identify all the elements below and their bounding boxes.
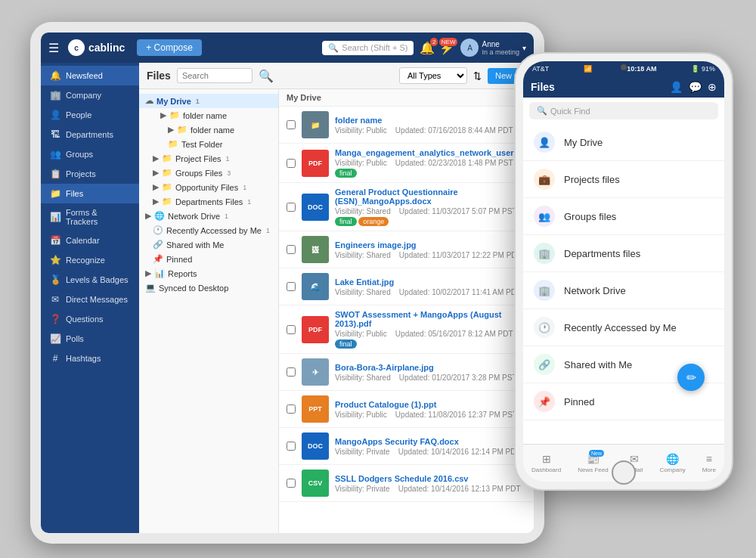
search-icon: 🔍 — [328, 43, 339, 53]
file-checkbox[interactable] — [287, 405, 296, 414]
files-search-input[interactable] — [177, 68, 253, 83]
sidebar-item-questions[interactable]: ❓ Questions — [41, 309, 139, 329]
file-meta: Visibility: Private Updated: 10/14/2016 … — [335, 448, 526, 456]
file-name[interactable]: Engineers image.jpg — [335, 240, 526, 250]
sidebar-item-recognize[interactable]: ⭐ Recognize — [41, 250, 139, 270]
file-name[interactable]: SWOT Assessment + MangoApps (August 2013… — [335, 310, 526, 328]
notification-bell[interactable]: 🔔 2 — [420, 41, 435, 55]
tree-item-sharedwithme[interactable]: 🔗 Shared with Me — [139, 237, 278, 252]
notification-lightning[interactable]: ⚡ NEW — [439, 41, 454, 55]
list-item[interactable]: 🕐 Recently Accessed by Me — [523, 309, 724, 346]
tree-item-networkdrive[interactable]: ▶ 🌐 Network Drive 1 — [139, 209, 278, 223]
tree-item-pinned[interactable]: 📌 Pinned — [139, 252, 278, 266]
nav-item-newsfeed[interactable]: 📰 New News Feed — [578, 453, 608, 473]
table-row[interactable]: 🖼 Engineers image.jpg Visibility: Shared… — [279, 231, 534, 268]
table-row[interactable]: ✈ Bora-Bora-3-Airplane.jpg Visibility: S… — [279, 354, 534, 391]
list-item[interactable]: 👤 My Drive — [523, 124, 724, 161]
tree-item-label: folder name — [191, 126, 234, 135]
sidebar-item-people[interactable]: 👤 People — [41, 105, 139, 125]
table-row[interactable]: DOC General Product Questionnaire (ESN)_… — [279, 183, 534, 231]
file-checkbox[interactable] — [287, 442, 296, 451]
tree-item-label: Network Drive — [168, 212, 220, 221]
sidebar-item-departments[interactable]: 🏗 Departments — [41, 125, 139, 144]
tree-item-recentlyaccessed[interactable]: 🕐 Recently Accessed by Me 1 — [139, 223, 278, 237]
list-item[interactable]: 🏢 Departments files — [523, 235, 724, 272]
table-row[interactable]: PDF SWOT Assessment + MangoApps (August … — [279, 305, 534, 354]
file-name[interactable]: SSLL Dodgers Schedule 2016.csv — [335, 474, 526, 483]
tree-item-testfolder[interactable]: 📁 Test Folder — [139, 137, 278, 151]
nav-item-dashboard[interactable]: ⊞ Dashboard — [531, 453, 561, 473]
tree-item-opportunityfiles[interactable]: ▶ 📁 Opportunity Files 1 — [139, 180, 278, 194]
table-row[interactable]: 🌊 Lake Entiat.jpg Visibility: Shared Upd… — [279, 268, 534, 305]
sidebar-item-polls[interactable]: 📈 Polls — [41, 329, 139, 349]
file-checkbox[interactable] — [287, 479, 296, 488]
nav-item-company[interactable]: 🌐 Company — [659, 453, 685, 473]
add-icon[interactable]: ⊕ — [708, 81, 717, 93]
phone-home-button[interactable] — [612, 460, 636, 485]
sidebar-item-calendar[interactable]: 📅 Calendar — [41, 231, 139, 250]
tablet: ☰ c cablinc + Compose 🔍 Search (Shift + … — [30, 22, 544, 544]
file-name[interactable]: Product Catalogue (1).ppt — [335, 400, 526, 409]
file-checkbox[interactable] — [287, 282, 296, 291]
file-checkbox[interactable] — [287, 159, 296, 168]
tree-item-reports[interactable]: ▶ 📊 Reports — [139, 266, 278, 281]
file-name[interactable]: Lake Entiat.jpg — [335, 277, 526, 287]
tree-item-projectfiles[interactable]: ▶ 📁 Project Files 1 — [139, 151, 278, 166]
sidebar-item-newsfeed[interactable]: 🔔 Newsfeed — [41, 66, 139, 85]
list-item[interactable]: 👥 Groups files — [523, 198, 724, 235]
file-name[interactable]: folder name — [335, 116, 526, 125]
sidebar-item-messages[interactable]: ✉ Direct Messages — [41, 290, 139, 309]
tree-item-foldername2[interactable]: ▶ 📁 folder name — [139, 122, 278, 137]
file-name[interactable]: Bora-Bora-3-Airplane.jpg — [335, 363, 526, 372]
phone-battery: 🔋 91% — [691, 65, 715, 73]
list-item[interactable]: 🏢 Network Drive — [523, 272, 724, 309]
sidebar-item-company[interactable]: 🏢 Company — [41, 85, 139, 105]
file-name[interactable]: General Product Questionnaire (ESN)_Mang… — [335, 188, 526, 206]
table-row[interactable]: PPT Product Catalogue (1).ppt Visibility… — [279, 391, 534, 428]
sidebar-item-label: Hashtags — [66, 354, 101, 363]
file-checkbox[interactable] — [287, 245, 296, 254]
file-item-icon: 👥 — [534, 206, 555, 227]
sort-icon[interactable]: ⇅ — [473, 70, 482, 82]
compose-button[interactable]: + Compose — [137, 39, 202, 56]
folder-icon: 📁 — [169, 110, 180, 120]
user-area[interactable]: A Anne In a meeting ▾ — [460, 39, 526, 57]
table-row[interactable]: PDF Manga_engagement_analytics_network_u… — [279, 144, 534, 183]
file-checkbox[interactable] — [287, 203, 296, 212]
file-checkbox[interactable] — [287, 325, 296, 334]
phone-title: Files — [531, 81, 555, 93]
file-list: My Drive 📁 folder name Visibility: Publi… — [279, 89, 534, 533]
sidebar-item-label: Questions — [66, 315, 104, 324]
file-info: Engineers image.jpg Visibility: Shared U… — [335, 240, 526, 259]
list-item[interactable]: 💼 Projects files — [523, 161, 724, 198]
tree-item-mydrive[interactable]: ☁ My Drive 1 — [139, 94, 278, 108]
list-item[interactable]: 📊 Reports — [523, 420, 724, 424]
chat-icon[interactable]: 💬 — [689, 81, 702, 93]
nav-item-more[interactable]: ≡ More — [702, 453, 716, 473]
groups-icon: 👥 — [50, 149, 60, 160]
all-types-filter[interactable]: All Types Documents Images — [399, 67, 467, 84]
file-checkbox[interactable] — [287, 120, 296, 129]
header-search[interactable]: 🔍 Search (Shift + S) — [322, 41, 414, 55]
tree-item-label: Test Folder — [181, 140, 222, 149]
table-row[interactable]: CSV SSLL Dodgers Schedule 2016.csv Visib… — [279, 465, 534, 502]
sidebar-item-files[interactable]: 📁 Files — [41, 184, 139, 203]
tree-item-foldername1[interactable]: ▶ 📁 folder name — [139, 108, 278, 122]
file-checkbox[interactable] — [287, 367, 296, 377]
tree-item-synced[interactable]: 💻 Synced to Desktop — [139, 281, 278, 295]
menu-icon[interactable]: ☰ — [48, 41, 59, 55]
sidebar-item-badges[interactable]: 🏅 Levels & Badges — [41, 270, 139, 290]
phone-search-bar[interactable]: 🔍 Quick Find — [529, 102, 718, 119]
person-icon[interactable]: 👤 — [670, 81, 683, 93]
sidebar-item-projects[interactable]: 📋 Projects — [41, 164, 139, 184]
sidebar-item-groups[interactable]: 👥 Groups — [41, 144, 139, 164]
phone-fab-button[interactable]: ✏ — [677, 364, 705, 391]
sidebar-item-forms[interactable]: 📊 Forms & Trackers — [41, 203, 139, 231]
tree-item-departmentsfiles[interactable]: ▶ 📁 Departments Files 1 — [139, 194, 278, 209]
table-row[interactable]: DOC MangoApps Security FAQ.docx Visibili… — [279, 428, 534, 465]
table-row[interactable]: 📁 folder name Visibility: Public Updated… — [279, 107, 534, 144]
file-name[interactable]: MangoApps Security FAQ.docx — [335, 437, 526, 446]
file-name[interactable]: Manga_engagement_analytics_network_users… — [335, 148, 534, 157]
sidebar-item-hashtags[interactable]: # Hashtags — [41, 349, 139, 368]
tree-item-groupsfiles[interactable]: ▶ 📁 Groups Files 3 — [139, 166, 278, 180]
